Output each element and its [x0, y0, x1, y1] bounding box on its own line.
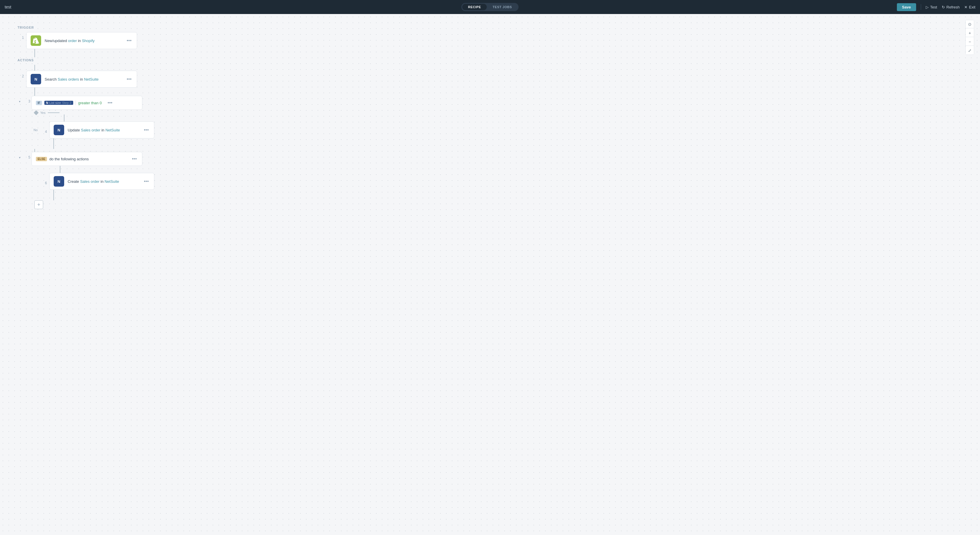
yes-hline	[48, 112, 59, 113]
connector-2-3	[34, 88, 35, 96]
step-num-5: 5	[23, 152, 32, 160]
topnav: test RECIPE TEST JOBS Save ▷ Test ↻ Refr…	[0, 0, 980, 14]
close-icon: ✕	[964, 5, 967, 10]
topnav-actions: Save ▷ Test ↻ Refresh ✕ Exit	[897, 3, 975, 11]
if-badge: IF	[36, 101, 42, 105]
yes-branch-step4: 4 No N Update Sales order in NetSuite ••…	[41, 115, 963, 149]
condition-value: greater than 0	[78, 101, 102, 105]
yes-branch-inner: 4 No N Update Sales order in NetSuite ••…	[41, 115, 154, 149]
step-card-5[interactable]: ELSE do the following actions •••	[32, 152, 142, 166]
connector-1-2	[34, 49, 35, 57]
divider	[921, 4, 921, 10]
step-5-text: do the following actions	[49, 157, 126, 161]
test-icon: ▷	[926, 5, 929, 10]
step-1-link1: order	[68, 38, 77, 43]
step-6-link2: NetSuite	[104, 179, 119, 184]
zoom-fit-button[interactable]: ⤢	[966, 46, 974, 54]
add-step-button[interactable]: +	[34, 200, 43, 209]
step-1-more-button[interactable]: •••	[126, 37, 133, 45]
step-4-more-button[interactable]: •••	[143, 126, 150, 134]
step-4-text: Update Sales order in NetSuite	[68, 128, 140, 132]
no-label: No	[33, 128, 38, 132]
yes-vline	[64, 115, 64, 121]
zoom-out-button[interactable]: −	[966, 38, 974, 46]
step-card-4[interactable]: N Update Sales order in NetSuite •••	[49, 121, 154, 139]
else-vline-bottom	[53, 190, 54, 200]
else-vline-top	[60, 166, 60, 173]
step-row-2: 2 N Search Sales orders in NetSuite •••	[18, 71, 963, 88]
else-badge: ELSE	[36, 157, 47, 161]
yes-label: Yes	[40, 111, 46, 115]
else-branch-inner: 6 N Create Sales order in NetSuite •••	[41, 166, 963, 200]
step-row-5: ▾ 5 ELSE do the following actions •••	[18, 152, 963, 166]
connector-3-5	[34, 149, 35, 152]
step-5-more-button[interactable]: •••	[130, 155, 138, 163]
zoom-controls: ⊙ + − ⤢	[966, 20, 974, 55]
step-2-link1: Sales orders	[58, 77, 79, 81]
step-2-text: Search Sales orders in NetSuite	[45, 77, 123, 81]
collapse-5-arrow[interactable]: ▾	[18, 155, 22, 160]
step-3-more-button[interactable]: •••	[107, 99, 114, 107]
recipe-canvas: ⊙ + − ⤢ TRIGGER 1 New/updated order in S…	[0, 14, 980, 535]
step-card-6[interactable]: N Create Sales order in NetSuite •••	[49, 173, 154, 190]
step4-vline-bottom	[53, 139, 54, 149]
collapse-3-arrow[interactable]: ▾	[18, 99, 22, 103]
yes-branch-header: Yes	[34, 111, 963, 115]
tab-toggle-group: RECIPE TEST JOBS	[461, 3, 519, 11]
exit-button[interactable]: ✕ Exit	[964, 5, 975, 10]
trigger-label: TRIGGER	[18, 26, 963, 29]
netsuite-icon-6: N	[54, 176, 64, 187]
step-num-3: 3	[23, 96, 32, 103]
netsuite-icon-2: N	[30, 74, 41, 85]
tab-toggle: RECIPE TEST JOBS	[461, 3, 519, 11]
step-row-1: 1 New/updated order in Shopify •••	[18, 32, 963, 49]
step-card-3[interactable]: IF N List size Step 2 greater than 0 •••	[32, 96, 142, 110]
yes-branch: Yes 4 No N Update Sales order in	[34, 111, 963, 149]
step-1-text: New/updated order in Shopify	[45, 38, 123, 43]
branch-diamond	[34, 110, 39, 115]
chip-list-size: List size	[49, 101, 61, 105]
chip-n-icon: N	[46, 101, 48, 105]
step-num-6: 6	[41, 177, 49, 185]
refresh-icon: ↻	[942, 5, 945, 10]
step-row-3: ▾ 3 IF N List size Step 2 greater than 0…	[18, 96, 963, 110]
condition-chip: N List size Step 2	[45, 101, 73, 105]
step-2-link2: NetSuite	[84, 77, 99, 81]
netsuite-icon-4: N	[54, 125, 64, 135]
step-1-link2: Shopify	[82, 38, 94, 43]
shopify-icon	[30, 35, 41, 46]
step-num-1: 1	[18, 32, 26, 40]
chip-step2: Step 2	[62, 101, 72, 105]
step-2-more-button[interactable]: •••	[126, 75, 133, 83]
app-title: test	[5, 5, 11, 10]
step-row-4: 4 No N Update Sales order in NetSuite ••…	[41, 121, 154, 139]
refresh-button[interactable]: ↻ Refresh	[942, 5, 960, 10]
step-num-2: 2	[18, 71, 26, 78]
actions-label: ACTIONS	[18, 58, 963, 62]
connector-actions-2	[34, 65, 35, 71]
step-card-1[interactable]: New/updated order in Shopify •••	[26, 32, 137, 49]
step-4-link1: Sales order	[81, 128, 100, 132]
step-6-link1: Sales order	[80, 179, 99, 184]
save-button[interactable]: Save	[897, 3, 916, 11]
step-4-link2: NetSuite	[105, 128, 120, 132]
tab-test-jobs[interactable]: TEST JOBS	[487, 4, 518, 10]
test-button[interactable]: ▷ Test	[926, 5, 937, 10]
step-6-more-button[interactable]: •••	[143, 177, 150, 185]
zoom-reset-button[interactable]: ⊙	[966, 20, 974, 28]
add-step-section: +	[30, 200, 963, 209]
step-row-6: 6 N Create Sales order in NetSuite •••	[41, 173, 963, 190]
step-6-text: Create Sales order in NetSuite	[68, 179, 140, 184]
zoom-in-button[interactable]: +	[966, 29, 974, 37]
tab-recipe[interactable]: RECIPE	[462, 4, 487, 10]
flow-container: TRIGGER 1 New/updated order in Shopify •…	[0, 14, 980, 221]
step-num-4: 4	[41, 126, 49, 134]
else-branch: 6 N Create Sales order in NetSuite •••	[34, 166, 963, 200]
step-card-2[interactable]: N Search Sales orders in NetSuite •••	[26, 71, 137, 88]
